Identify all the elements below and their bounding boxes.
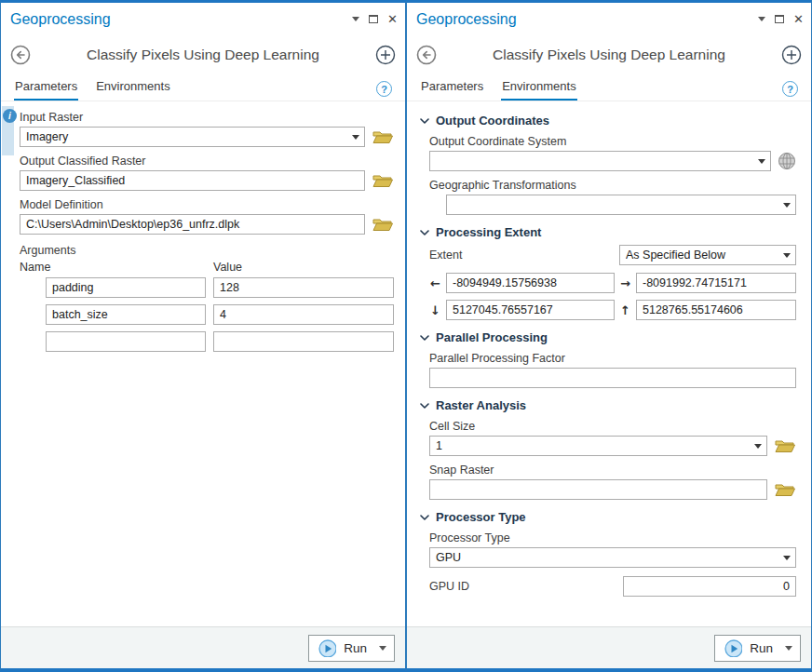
section-title: Processor Type: [436, 510, 526, 524]
arg-value-field[interactable]: [213, 331, 394, 352]
extent-xmin-field[interactable]: [446, 273, 615, 293]
chevron-down-icon[interactable]: [758, 159, 765, 164]
section-raster-analysis[interactable]: Raster Analysis: [420, 398, 796, 412]
arg-name-header: Name: [20, 261, 213, 274]
parallel-processing-factor-label: Parallel Processing Factor: [429, 352, 796, 365]
output-raster-label: Output Classified Raster: [20, 155, 394, 168]
section-processing-extent[interactable]: Processing Extent: [420, 225, 796, 239]
gpu-id-field[interactable]: [623, 576, 796, 597]
geographic-transformations-input[interactable]: [446, 195, 796, 215]
chevron-down-icon[interactable]: [754, 444, 762, 449]
chevron-down-icon[interactable]: [352, 135, 359, 140]
maximize-icon[interactable]: [775, 15, 784, 23]
cell-size-label: Cell Size: [429, 420, 796, 433]
extent-ymax-input[interactable]: [636, 300, 796, 320]
arguments-label: Arguments: [20, 244, 394, 257]
arg-name-input[interactable]: [46, 304, 206, 325]
arg-name-field[interactable]: [46, 331, 206, 352]
snap-raster-browse-button[interactable]: [774, 480, 796, 499]
model-definition-browse-button[interactable]: [372, 215, 394, 234]
extent-ymax-field[interactable]: [636, 300, 796, 320]
extent-coordinates-grid: ← → ↓ ↑: [429, 273, 796, 320]
select-coordinate-system-button[interactable]: [778, 152, 796, 170]
chevron-down-icon[interactable]: [783, 556, 791, 560]
tab-environments[interactable]: Environments: [501, 79, 576, 101]
cell-size-input[interactable]: [429, 436, 767, 456]
back-button[interactable]: [416, 45, 437, 65]
chevron-down-icon: [420, 230, 429, 235]
parallel-processing-factor-field[interactable]: [429, 368, 796, 388]
section-title: Parallel Processing: [436, 330, 548, 344]
tab-parameters[interactable]: Parameters: [420, 79, 484, 101]
close-icon[interactable]: ✕: [793, 13, 804, 25]
help-icon[interactable]: ?: [376, 81, 392, 97]
output-raster-input[interactable]: [20, 170, 365, 191]
chevron-down-icon[interactable]: [783, 253, 791, 258]
pane-title: Geoprocessing: [416, 11, 517, 28]
cell-size-combobox[interactable]: [429, 436, 767, 456]
run-button[interactable]: Run: [714, 635, 801, 662]
arrow-down-icon: ↓: [429, 303, 441, 317]
gpu-id-input[interactable]: [623, 576, 796, 597]
plus-circle-icon: [781, 45, 802, 65]
add-to-model-button[interactable]: [781, 45, 802, 65]
arg-value-input[interactable]: [213, 277, 394, 298]
snap-raster-field[interactable]: [429, 479, 767, 500]
extent-mode-combobox[interactable]: [619, 245, 796, 265]
chevron-down-icon[interactable]: [783, 203, 791, 208]
arg-value-header: Value: [213, 261, 242, 274]
run-play-icon: [318, 639, 336, 657]
arg-name-input[interactable]: [46, 277, 206, 298]
extent-xmax-input[interactable]: [636, 273, 796, 293]
extent-xmax-field[interactable]: [636, 273, 796, 293]
model-definition-field[interactable]: [20, 214, 365, 235]
input-raster-combobox[interactable]: [20, 127, 365, 147]
processor-type-combobox[interactable]: [429, 547, 796, 568]
arg-name-input[interactable]: [46, 331, 206, 352]
processor-type-input[interactable]: [429, 547, 796, 568]
input-raster-input[interactable]: [20, 127, 365, 147]
run-button[interactable]: Run: [308, 635, 395, 662]
arg-value-field[interactable]: [213, 304, 394, 325]
pane-menu-icon[interactable]: [758, 17, 765, 21]
snap-raster-input[interactable]: [429, 479, 767, 500]
output-raster-field[interactable]: [20, 170, 365, 191]
arrow-right-icon: →: [619, 276, 631, 290]
extent-xmin-input[interactable]: [446, 273, 615, 293]
maximize-icon[interactable]: [369, 15, 378, 23]
pane-titlebar: Geoprocessing ✕: [407, 3, 811, 34]
arg-name-field[interactable]: [46, 304, 206, 325]
output-raster-browse-button[interactable]: [372, 171, 394, 190]
extent-mode-input[interactable]: [619, 245, 796, 265]
input-raster-browse-button[interactable]: [372, 128, 394, 146]
pane-title: Geoprocessing: [10, 11, 111, 28]
run-options-caret-icon[interactable]: [379, 646, 386, 651]
arg-value-field[interactable]: [213, 277, 394, 298]
tab-environments[interactable]: Environments: [95, 79, 170, 101]
tab-parameters[interactable]: Parameters: [14, 79, 78, 101]
section-parallel-processing[interactable]: Parallel Processing: [420, 330, 796, 344]
back-button[interactable]: [10, 45, 31, 65]
geographic-transformations-combobox[interactable]: [446, 195, 796, 215]
info-icon[interactable]: i: [3, 109, 17, 123]
help-icon[interactable]: ?: [782, 81, 798, 97]
close-icon[interactable]: ✕: [387, 13, 398, 25]
cell-size-browse-button[interactable]: [774, 437, 796, 455]
arg-value-input[interactable]: [213, 304, 394, 325]
input-raster-label: Input Raster: [20, 111, 394, 124]
section-output-coordinates[interactable]: Output Coordinates: [420, 114, 796, 128]
add-to-model-button[interactable]: [375, 45, 396, 65]
arg-value-input[interactable]: [213, 331, 394, 352]
pane-menu-icon[interactable]: [352, 17, 359, 21]
extent-ymin-input[interactable]: [446, 300, 615, 320]
model-definition-input[interactable]: [20, 214, 365, 235]
run-options-caret-icon[interactable]: [785, 646, 792, 651]
output-coordinate-system-combobox[interactable]: [429, 151, 771, 171]
arg-name-field[interactable]: [46, 277, 206, 298]
section-processor-type[interactable]: Processor Type: [420, 510, 796, 524]
section-title: Processing Extent: [436, 225, 541, 239]
parallel-processing-factor-input[interactable]: [429, 368, 796, 388]
extent-ymin-field[interactable]: [446, 300, 615, 320]
arrow-left-icon: ←: [429, 276, 441, 290]
output-coordinate-system-input[interactable]: [429, 151, 771, 171]
